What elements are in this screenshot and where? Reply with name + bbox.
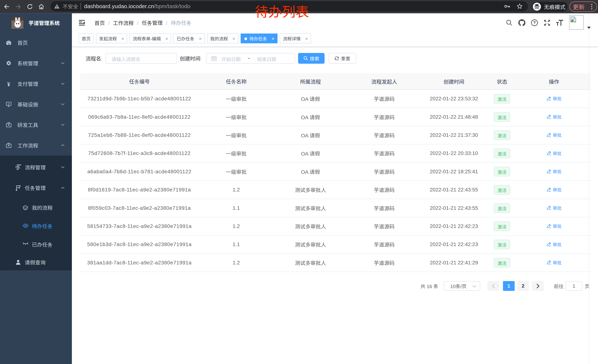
svg-text:?: ?: [533, 20, 536, 25]
